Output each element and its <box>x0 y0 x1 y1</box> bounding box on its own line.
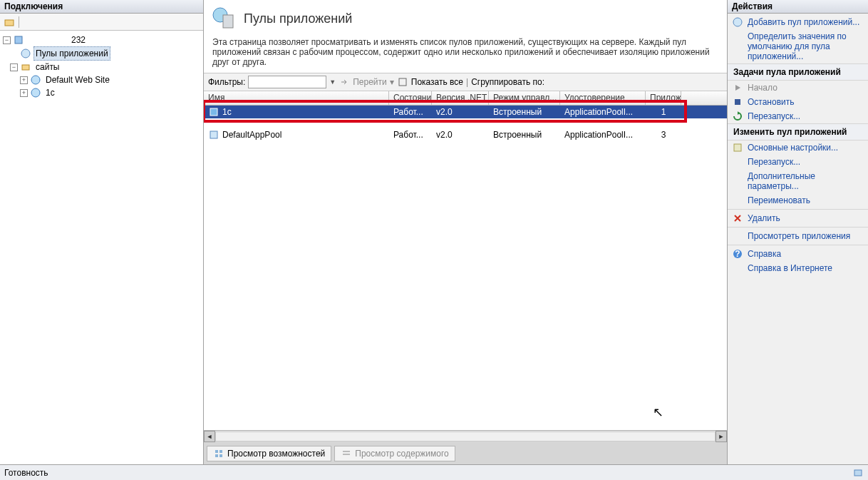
svg-rect-22 <box>854 470 862 476</box>
pool-version: v2.0 <box>432 130 489 140</box>
action-restart[interactable]: Перезапуск... <box>728 109 868 123</box>
globe-icon <box>30 87 41 98</box>
action-help[interactable]: ? Справка <box>728 247 868 261</box>
server-icon <box>13 34 24 46</box>
pools-table: Имя Состояние Версия .NET Режим управл..… <box>204 91 727 430</box>
horizontal-scrollbar[interactable]: ◄ ► <box>204 430 727 441</box>
filter-label: Фильтры: <box>208 77 245 87</box>
action-start[interactable]: Начало <box>728 81 868 95</box>
svg-rect-7 <box>223 15 233 28</box>
go-label[interactable]: Перейти <box>353 77 387 87</box>
collapse-icon[interactable]: − <box>10 63 18 71</box>
scroll-right-icon[interactable]: ► <box>715 431 727 442</box>
pool-name: DefaultAppPool <box>222 130 281 140</box>
action-stop[interactable]: Остановить <box>728 95 868 109</box>
group-by-label: Сгруппировать по: <box>471 77 544 87</box>
connections-tree: − 232 Пулы приложений − сайты + Default … <box>0 31 203 464</box>
tree-sites[interactable]: − сайты <box>3 61 203 73</box>
actions-title: Действия <box>728 0 868 14</box>
col-identity[interactable]: Удостоверение <box>560 91 646 105</box>
separator <box>728 209 868 210</box>
group-pool-tasks: Задачи пула приложений <box>728 63 868 81</box>
features-view-label: Просмотр возможностей <box>227 449 325 459</box>
expand-icon[interactable]: + <box>20 76 28 84</box>
pool-apps: 1 <box>646 107 681 117</box>
col-name[interactable]: Имя <box>204 91 389 105</box>
connect-icon[interactable] <box>3 16 16 29</box>
pool-apps: 3 <box>646 130 681 140</box>
show-all-icon[interactable] <box>397 76 408 88</box>
features-icon <box>213 448 224 459</box>
action-restart2[interactable]: Перезапуск... <box>728 155 868 169</box>
svg-point-5 <box>31 88 40 97</box>
svg-rect-3 <box>22 65 29 70</box>
action-basic-settings[interactable]: Основные настройки... <box>728 141 868 155</box>
config-scope-icon[interactable] <box>852 467 864 479</box>
dropdown-icon[interactable]: ▼ <box>329 78 336 86</box>
col-version[interactable]: Версия .NET <box>432 91 489 105</box>
separator <box>728 245 868 245</box>
svg-rect-18 <box>735 99 740 105</box>
app-pools-page-icon <box>211 6 237 31</box>
pool-state: Работ... <box>389 107 432 117</box>
tree-site-1c[interactable]: + 1c <box>3 86 203 99</box>
separator <box>19 16 19 28</box>
page-title: Пулы приложений <box>244 11 352 26</box>
app-pools-icon <box>20 48 31 59</box>
pool-icon <box>208 129 219 141</box>
action-help-online[interactable]: Справка в Интернете <box>728 261 868 275</box>
svg-rect-0 <box>5 20 14 26</box>
col-apps[interactable]: Приложения <box>646 91 681 105</box>
svg-rect-16 <box>343 454 350 455</box>
column-headers: Имя Состояние Версия .NET Режим управл..… <box>204 91 727 106</box>
pool-mode: Встроенный <box>489 130 560 140</box>
action-rename[interactable]: Переименовать <box>728 193 868 208</box>
page-description: Эта страница позволяет просматривать и и… <box>204 33 727 73</box>
view-tabs: Просмотр возможностей Просмотр содержимо… <box>204 441 727 464</box>
col-state[interactable]: Состояние <box>389 91 432 105</box>
sites-icon <box>20 61 31 73</box>
features-view-tab[interactable]: Просмотр возможностей <box>207 446 331 461</box>
svg-rect-10 <box>210 131 217 138</box>
action-advanced[interactable]: Дополнительные параметры... <box>728 169 868 193</box>
action-set-defaults[interactable]: Определить значения по умолчанию для пул… <box>728 29 868 63</box>
scroll-left-icon[interactable]: ◄ <box>204 431 215 442</box>
pool-state: Работ... <box>389 130 432 140</box>
tree-default-site[interactable]: + Default Web Site <box>3 73 203 86</box>
go-icon[interactable] <box>339 76 350 88</box>
svg-rect-19 <box>734 144 741 151</box>
show-all-label[interactable]: Показать все <box>411 77 463 87</box>
svg-text:?: ? <box>735 249 740 259</box>
connections-title: Подключения <box>0 0 203 14</box>
collapse-icon[interactable]: − <box>3 36 11 44</box>
recycle-icon <box>732 111 743 122</box>
site-1c-label: 1c <box>43 86 57 99</box>
pool-row-default[interactable]: DefaultAppPool Работ... v2.0 Встроенный … <box>204 128 727 141</box>
action-add-pool[interactable]: Добавить пул приложений... <box>728 15 868 29</box>
app-pools-label: Пулы приложений <box>33 46 110 61</box>
filter-input[interactable] <box>248 76 326 88</box>
pool-row-1c[interactable]: 1c Работ... v2.0 Встроенный ApplicationP… <box>204 106 727 118</box>
action-delete[interactable]: Удалить <box>728 211 868 225</box>
help-icon: ? <box>732 248 743 260</box>
center-panel: Пулы приложений Эта страница позволяет п… <box>204 0 727 464</box>
action-view-apps[interactable]: Просмотреть приложения <box>728 229 868 243</box>
svg-rect-11 <box>215 450 218 453</box>
stop-icon <box>732 96 743 108</box>
expand-icon[interactable]: + <box>20 89 28 97</box>
content-view-tab[interactable]: Просмотр содержимого <box>334 446 455 461</box>
pool-icon <box>208 106 219 118</box>
server-label: 232 <box>69 34 88 46</box>
col-mode[interactable]: Режим управл... <box>489 91 560 105</box>
svg-point-17 <box>733 18 742 26</box>
tree-server[interactable]: − 232 <box>3 34 203 46</box>
separator <box>728 227 868 228</box>
connections-panel: Подключения − 232 Пулы приложений − <box>0 0 204 464</box>
pool-version: v2.0 <box>432 107 489 117</box>
pool-identity: ApplicationPoolI... <box>560 130 646 140</box>
separator: | <box>466 77 468 87</box>
scroll-track[interactable] <box>215 432 715 441</box>
tree-app-pools[interactable]: Пулы приложений <box>3 46 203 61</box>
status-text: Готовность <box>4 468 48 478</box>
svg-rect-15 <box>343 451 350 452</box>
